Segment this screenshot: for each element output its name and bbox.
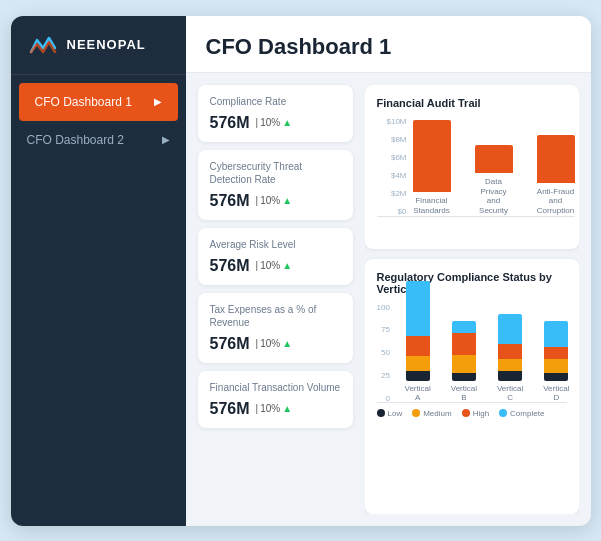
sidebar-item-cfo2[interactable]: CFO Dashboard 2 ▶ xyxy=(11,121,186,159)
chart-legend: Low Medium High Complete xyxy=(377,409,567,418)
kpi-label: Tax Expenses as a % of Revenue xyxy=(210,303,341,329)
kpi-value-row: 576M | 10% ▲ xyxy=(210,257,341,275)
kpi-card-cybersecurity: Cybersecurity Threat Detection Rate 576M… xyxy=(198,150,353,220)
stacked-bar-vertical-a: Vertical A xyxy=(405,281,431,402)
stacked-bar-vertical-d: Vertical D xyxy=(543,321,569,402)
legend-dot-complete xyxy=(499,409,507,417)
sidebar: NEENOPAL CFO Dashboard 1 ▶ CFO Dashboard… xyxy=(11,16,186,526)
sidebar-item-label: CFO Dashboard 2 xyxy=(27,133,124,147)
bar-label-fraud: Anti-Fraudand Corruption xyxy=(537,187,575,216)
stacked-bar xyxy=(406,281,430,381)
seg-low xyxy=(498,371,522,381)
trend-up-icon: ▲ xyxy=(282,117,292,128)
audit-bar-chart: $10M $8M $6M $4M $2M $0 FinancialStandar… xyxy=(377,117,567,237)
sidebar-nav: CFO Dashboard 1 ▶ CFO Dashboard 2 ▶ xyxy=(11,75,186,159)
page-title: CFO Dashboard 1 xyxy=(206,34,571,60)
kpi-card-risk: Average Risk Level 576M | 10% ▲ xyxy=(198,228,353,285)
chevron-icon: ▶ xyxy=(162,134,170,145)
audit-trail-chart: Financial Audit Trail $10M $8M $6M $4M $… xyxy=(365,85,579,249)
seg-complete xyxy=(406,281,430,336)
kpi-value: 576M xyxy=(210,114,250,132)
kpi-card-transaction: Financial Transaction Volume 576M | 10% … xyxy=(198,371,353,428)
kpi-badge: | 10% ▲ xyxy=(256,260,293,271)
kpi-card-compliance: Compliance Rate 576M | 10% ▲ xyxy=(198,85,353,142)
sidebar-logo: NEENOPAL xyxy=(11,16,186,75)
y-label: $2M xyxy=(377,189,411,198)
legend-item-medium: Medium xyxy=(412,409,451,418)
y-label: $4M xyxy=(377,171,411,180)
legend-label-complete: Complete xyxy=(510,409,544,418)
seg-high xyxy=(452,333,476,355)
kpi-value-row: 576M | 10% ▲ xyxy=(210,114,341,132)
seg-medium xyxy=(498,359,522,371)
legend-dot-low xyxy=(377,409,385,417)
stacked-bar xyxy=(452,321,476,381)
legend-item-low: Low xyxy=(377,409,403,418)
kpi-value: 576M xyxy=(210,335,250,353)
seg-complete xyxy=(498,314,522,344)
legend-dot-medium xyxy=(412,409,420,417)
trend-up-icon: ▲ xyxy=(282,338,292,349)
bar-financial xyxy=(413,120,451,192)
legend-label-medium: Medium xyxy=(423,409,451,418)
seg-low xyxy=(544,373,568,381)
seg-medium xyxy=(406,356,430,371)
logo-text: NEENOPAL xyxy=(67,37,146,52)
chevron-icon: ▶ xyxy=(154,96,162,107)
legend-dot-high xyxy=(462,409,470,417)
trend-up-icon: ▲ xyxy=(282,260,292,271)
seg-high xyxy=(498,344,522,359)
bar-label-financial: FinancialStandards xyxy=(413,196,449,215)
kpi-value: 576M xyxy=(210,192,250,210)
y-label: $8M xyxy=(377,135,411,144)
kpi-value-row: 576M | 10% ▲ xyxy=(210,192,341,210)
logo-icon xyxy=(27,34,59,56)
bar-fraud xyxy=(537,135,575,183)
kpi-badge: | 10% ▲ xyxy=(256,195,293,206)
stacked-label: Vertical B xyxy=(451,384,477,402)
seg-high xyxy=(406,336,430,356)
stacked-chart-wrapper: 100 75 50 25 0 xyxy=(377,303,567,403)
seg-low xyxy=(406,371,430,381)
main-header: CFO Dashboard 1 xyxy=(186,16,591,73)
seg-low xyxy=(452,373,476,381)
stacked-label: Vertical A xyxy=(405,384,431,402)
trend-up-icon: ▲ xyxy=(282,195,292,206)
kpi-badge: | 10% ▲ xyxy=(256,403,293,414)
kpi-value-row: 576M | 10% ▲ xyxy=(210,335,341,353)
seg-medium xyxy=(544,359,568,373)
y-label: 75 xyxy=(377,325,394,334)
bar-group-data: Data Privacy andSecurity xyxy=(475,145,513,215)
y-label: $10M xyxy=(377,117,411,126)
stacked-bars: 100 75 50 25 0 xyxy=(377,303,567,403)
stacked-label: Vertical D xyxy=(543,384,569,402)
kpi-value: 576M xyxy=(210,400,250,418)
bar-group-financial: FinancialStandards xyxy=(413,120,451,215)
kpi-label: Compliance Rate xyxy=(210,95,341,108)
bar-data xyxy=(475,145,513,173)
kpi-value: 576M xyxy=(210,257,250,275)
seg-complete xyxy=(452,321,476,333)
legend-label-high: High xyxy=(473,409,489,418)
compliance-chart: Regulatory Compliance Status by Vertical… xyxy=(365,259,579,514)
kpi-badge: | 10% ▲ xyxy=(256,117,293,128)
sidebar-item-cfo1[interactable]: CFO Dashboard 1 ▶ xyxy=(19,83,178,121)
seg-complete xyxy=(544,321,568,347)
seg-medium xyxy=(452,355,476,373)
trend-up-icon: ▲ xyxy=(282,403,292,414)
y-label: 100 xyxy=(377,303,394,312)
stacked-label: Vertical C xyxy=(497,384,523,402)
y-label: 50 xyxy=(377,348,394,357)
kpi-label: Financial Transaction Volume xyxy=(210,381,341,394)
seg-high xyxy=(544,347,568,359)
kpi-label: Average Risk Level xyxy=(210,238,341,251)
legend-item-high: High xyxy=(462,409,489,418)
app-container: NEENOPAL CFO Dashboard 1 ▶ CFO Dashboard… xyxy=(11,16,591,526)
y-label: 0 xyxy=(377,394,394,403)
main-content: Compliance Rate 576M | 10% ▲ Cybersecuri… xyxy=(186,73,591,526)
y-label: 25 xyxy=(377,371,394,380)
bar-label-data: Data Privacy andSecurity xyxy=(475,177,513,215)
stacked-bar-vertical-c: Vertical C xyxy=(497,314,523,402)
audit-chart-title: Financial Audit Trail xyxy=(377,97,567,109)
y-label: $6M xyxy=(377,153,411,162)
